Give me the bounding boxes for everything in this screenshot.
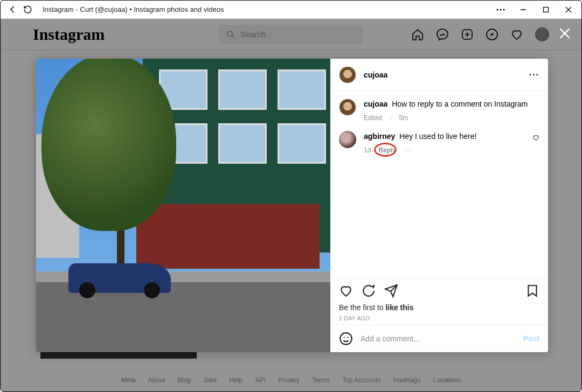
reload-button[interactable]	[20, 5, 35, 14]
comment-text: Hey I used to live here!	[399, 132, 476, 141]
back-button[interactable]	[5, 5, 20, 14]
post-comment-button[interactable]: Post	[523, 334, 539, 343]
comment-time: 1d	[364, 146, 371, 155]
post-more-button[interactable]: ···	[529, 70, 539, 80]
window-minimize-button[interactable]	[517, 3, 530, 16]
emoji-button[interactable]	[339, 332, 353, 346]
like-button[interactable]	[339, 284, 353, 298]
add-comment-row: Post	[330, 325, 548, 352]
window-maximize-button[interactable]	[539, 3, 552, 16]
share-button[interactable]	[384, 284, 398, 298]
browser-titlebar: Instagram - Curt (@cujoaa) • Instagram p…	[1, 1, 581, 19]
svg-point-16	[340, 333, 352, 345]
page-title: Instagram - Curt (@cujoaa) • Instagram p…	[43, 5, 494, 13]
post-image[interactable]	[36, 59, 330, 352]
svg-point-0	[496, 9, 498, 10]
caption-row: cujoaa How to reply to a comment on Inst…	[339, 99, 539, 123]
browser-more-icon[interactable]	[494, 3, 507, 16]
comment-row: agbirney Hey I used to live here! 1d Rep…	[339, 131, 539, 156]
svg-point-1	[500, 9, 501, 10]
comment-input[interactable]	[361, 334, 516, 343]
commenter-avatar[interactable]	[339, 131, 356, 148]
like-comment-button[interactable]	[532, 134, 539, 141]
author-avatar[interactable]	[339, 99, 356, 116]
likes-summary[interactable]: Be the first to like this	[339, 303, 539, 312]
post-details-pane: cujoaa ··· cujoaa How to reply to a comm…	[330, 59, 548, 352]
comment-author[interactable]: agbirney	[364, 132, 395, 141]
author-username[interactable]: cujoaa	[364, 71, 387, 79]
post-age: 1 DAY AGO	[339, 315, 539, 321]
author-avatar[interactable]	[339, 66, 356, 83]
annotation-circle	[374, 143, 397, 157]
post-actions: Be the first to like this 1 DAY AGO	[330, 278, 548, 325]
comments-list: cujoaa How to reply to a comment on Inst…	[330, 91, 548, 278]
window-close-button[interactable]	[562, 3, 575, 16]
comment-more-button[interactable]: ···	[404, 146, 412, 155]
post-header: cujoaa ···	[330, 59, 548, 91]
post-modal: cujoaa ··· cujoaa How to reply to a comm…	[36, 59, 548, 352]
svg-point-17	[344, 337, 345, 338]
svg-point-18	[347, 337, 348, 338]
save-button[interactable]	[525, 284, 539, 298]
close-modal-button[interactable]	[558, 26, 572, 40]
comment-button[interactable]	[362, 284, 376, 298]
caption-time: 5m	[399, 114, 408, 123]
caption-author[interactable]: cujoaa	[364, 100, 387, 108]
caption-text: How to reply to a comment on Instagram	[392, 100, 528, 108]
svg-point-2	[503, 9, 504, 10]
caption-edited-label: Edited	[364, 114, 382, 123]
svg-rect-4	[544, 7, 549, 12]
